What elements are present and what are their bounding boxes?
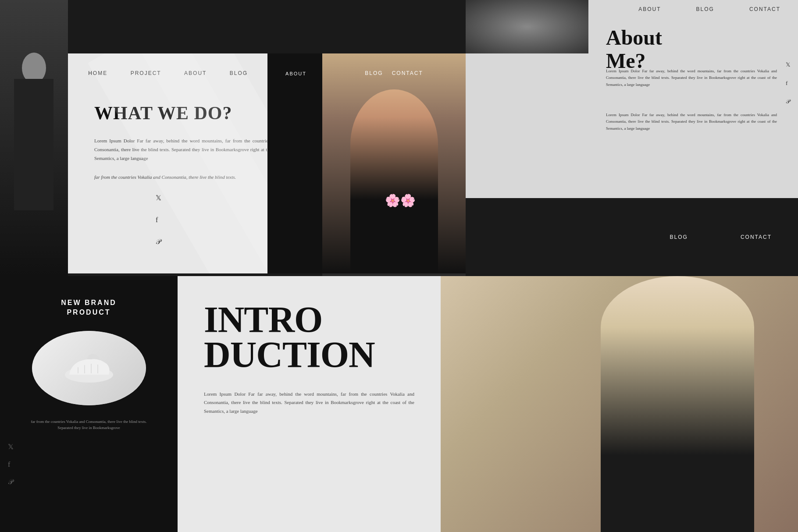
panel-dark-strip: ABOUT — [267, 53, 324, 273]
woman-figure — [350, 89, 438, 273]
flowers-decoration: 🌸🌸 — [385, 193, 416, 208]
brand-shoe-inner — [32, 331, 146, 405]
nav-about-right[interactable]: ABOUT — [638, 6, 661, 12]
nav-blog-right[interactable]: BLOG — [365, 70, 383, 76]
facebook-icon-brand[interactable]: f — [8, 461, 14, 468]
intro-body: Lorem Ipsum Dolor Far far away, behind t… — [204, 390, 414, 416]
about-body2: Lorem Ipsum Dolor Far far away, behind t… — [606, 112, 777, 132]
panel-right-photo: BLOG CONTACT 🌸🌸 — [322, 53, 466, 273]
top-photo-area — [466, 0, 588, 53]
pinterest-icon-right[interactable]: 𝒫 — [786, 98, 790, 105]
blog-link-about-dark[interactable]: BLOG — [670, 234, 688, 240]
facebook-icon[interactable]: f — [156, 216, 161, 224]
about-body1: Lorem Ipsum Dolor Far far away, behind t… — [606, 68, 777, 88]
nav-contact-right[interactable]: CONTACT — [392, 70, 423, 76]
intro-heading: INTRO DUCTION — [204, 302, 441, 372]
panel-intro: INTRO DUCTION Lorem Ipsum Dolor Far far … — [178, 276, 441, 532]
nav-blog-about[interactable]: BLOG — [696, 6, 714, 12]
panel-bottom-right — [441, 276, 798, 532]
about-heading: About Me? — [606, 26, 662, 73]
panel-about: ABOUT BLOG CONTACT About Me? Lorem Ipsum… — [466, 0, 798, 276]
twitter-icon[interactable]: 𝕏 — [156, 194, 161, 202]
nav-project[interactable]: PROJECT — [131, 70, 161, 76]
brand-title: NEW BRAND PRODUCT — [0, 276, 178, 318]
facebook-icon-right[interactable]: f — [786, 80, 790, 87]
nav-contact-about[interactable]: CONTACT — [749, 6, 780, 12]
person-body — [14, 79, 53, 210]
social-icons-right: 𝕏 f 𝒫 — [786, 61, 790, 105]
twitter-icon-brand[interactable]: 𝕏 — [8, 443, 14, 451]
brand-shoe-container — [32, 331, 146, 405]
panel-brand: NEW BRAND PRODUCT far from the countries… — [0, 276, 178, 532]
fashion-model — [441, 276, 798, 532]
nav-about-dark[interactable]: ABOUT — [285, 71, 306, 76]
brand-caption: far from the countries Vokalia and Conso… — [0, 419, 178, 431]
main-italic-text: far from the countries Vokalia and Conso… — [94, 173, 296, 182]
about-dark-strip: BLOG CONTACT — [466, 198, 798, 276]
twitter-icon-right[interactable]: 𝕏 — [786, 61, 790, 68]
nav-about[interactable]: ABOUT — [184, 70, 207, 76]
pinterest-icon[interactable]: 𝒫 — [156, 238, 161, 246]
fashion-photo: 🌸🌸 — [322, 53, 466, 273]
social-icons-brand: 𝕏 f 𝒫 — [8, 443, 14, 486]
person-photo-left — [0, 0, 68, 276]
nav-dark-strip: ABOUT — [267, 53, 324, 76]
social-icons-left: 𝕏 f 𝒫 — [156, 194, 161, 246]
nav-blog[interactable]: BLOG — [230, 70, 248, 76]
photo-gradient — [466, 0, 588, 53]
nav-right: BLOG CONTACT — [322, 53, 466, 76]
shoe-icon — [63, 351, 115, 386]
contact-link-about-dark[interactable]: CONTACT — [741, 234, 772, 240]
main-body-text: Lorem Ipsum Dolor Far far away, behind t… — [94, 137, 296, 163]
nav-home[interactable]: HOME — [88, 70, 107, 76]
pinterest-icon-brand[interactable]: 𝒫 — [8, 478, 14, 486]
model-figure — [601, 276, 754, 532]
